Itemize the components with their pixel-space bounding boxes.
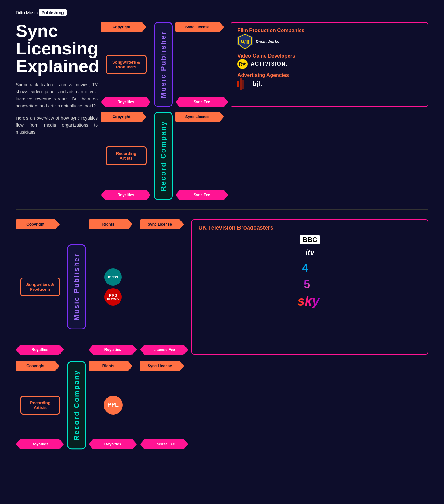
recording-artists-box: Recording Artists: [106, 146, 147, 165]
bmp-royalties2-arrow: Royalties: [93, 345, 132, 355]
videogame-section: Video Game Developers R★ ACTIVISION.: [237, 53, 421, 69]
top-media-box: Film Production Companies WB DreamWorks: [231, 22, 428, 107]
broadcasters-box-container: UK Television Broadcasters BBC itv 4: [191, 219, 428, 355]
main-title: Sync Licensing Explained: [16, 22, 98, 75]
brc-royalties-notch: [16, 439, 20, 449]
bmp-license-fee-notch: [140, 345, 144, 355]
ch5-row: 5: [198, 277, 421, 290]
bottom-mp-diagram: Copyright Songwriters & Producers Royalt…: [16, 219, 428, 355]
mp-right-col: Sync License Sync Fee: [175, 22, 227, 107]
prs-badge: PRS for MUSIC: [104, 288, 122, 306]
activision-label: ACTIVISION.: [251, 61, 288, 67]
svg-text:4: 4: [302, 261, 308, 273]
brc-royalties-arrow: Royalties: [20, 439, 60, 449]
section-divider: [16, 209, 428, 210]
mp-sync-fee-arrow: Sync Fee: [180, 97, 224, 107]
brc-right-arrows: Sync License License Fee: [140, 361, 189, 449]
record-company-block: Record Company: [154, 112, 173, 200]
bmp-royalties2-notch: [89, 345, 93, 355]
bmp-block: Music Publisher: [67, 219, 86, 355]
rc-royalties-arrow: Royalties: [105, 190, 146, 200]
bmp-rights-arrow: Rights: [89, 219, 128, 229]
mp-royalties-arrow: Royalties: [105, 97, 146, 107]
mp-center-block: Music Publisher: [154, 22, 173, 107]
bmp-royalties-row: Royalties: [16, 345, 65, 355]
rc-sync-fee-notch: [175, 190, 180, 200]
mcps-badge: mcps: [104, 268, 122, 286]
brc-copyright-row: Copyright: [16, 361, 65, 371]
ppl-badge-container: PPL: [89, 396, 137, 415]
rc-sync-license-arrow: Sync License: [175, 112, 219, 122]
brc-copyright-arrow: Copyright: [16, 361, 55, 371]
film-title: Film Production Companies: [237, 27, 421, 33]
description-para2: Here's an overview of how sync royalties…: [16, 115, 98, 136]
svg-text:sky: sky: [297, 294, 320, 308]
mp-sync-fee-notch: [175, 97, 180, 107]
brc-block: Record Company: [67, 361, 86, 449]
brc-royalties2-row: Royalties: [89, 439, 137, 449]
top-diagram-area: Copyright Songwriters & Producers Royalt…: [101, 22, 428, 200]
mp-royalties-notch: [101, 97, 105, 107]
rc-royalties-row: Royalties: [101, 190, 151, 200]
brc-rights-arrow: Rights: [89, 361, 128, 371]
rc-right-col: Sync License Sync Fee: [175, 112, 227, 200]
rc-media-spacer: [231, 112, 428, 200]
rc-sync-license-row: Sync License: [175, 112, 227, 122]
videogame-logos: R★ ACTIVISION.: [237, 59, 421, 69]
bmp-songwriters-box: Songwriters & Producers: [20, 278, 60, 296]
music-publisher-diagram: Copyright Songwriters & Producers Royalt…: [101, 22, 428, 107]
bmp-license-fee-row: License Fee: [140, 345, 189, 355]
broadcasters-box: UK Television Broadcasters BBC itv 4: [191, 219, 428, 355]
advertising-title: Advertising Agencies: [237, 72, 421, 78]
brc-royalties-row: Royalties: [16, 439, 65, 449]
brc-license-fee-arrow: License Fee: [144, 439, 184, 449]
top-media-content: Film Production Companies WB DreamWorks: [231, 22, 428, 107]
bmp-rights-row: Rights: [89, 219, 137, 229]
bbc-logo: BBC: [300, 235, 320, 244]
svg-rect-1: [237, 81, 239, 87]
svg-rect-3: [242, 80, 244, 89]
rc-left-col: Copyright Recording Artists Royalties: [101, 112, 151, 200]
bottom-diagram-area: Copyright Songwriters & Producers Royalt…: [16, 219, 428, 449]
bmp-copyright-row: Copyright: [16, 219, 65, 229]
itv-logo: itv: [305, 248, 314, 257]
bmp-royalties2-row: Royalties: [89, 345, 137, 355]
svg-rect-2: [240, 78, 242, 90]
left-info-panel: Sync Licensing Explained Soundtrack feat…: [16, 22, 101, 200]
film-section: Film Production Companies WB DreamWorks: [237, 27, 421, 50]
rc-royalties-notch: [101, 190, 105, 200]
brand-highlight: Publishing: [39, 9, 67, 16]
svg-text:5: 5: [304, 278, 310, 290]
sky-logo-icon: sky: [296, 294, 324, 308]
bottom-music-publisher-block: Music Publisher: [67, 244, 86, 329]
bjl-label: bjl.: [253, 80, 263, 88]
videogame-title: Video Game Developers: [237, 53, 421, 59]
dreamworks-label: DreamWorks: [256, 39, 279, 44]
ch4-row: 4: [198, 261, 421, 273]
mp-left-col: Copyright Songwriters & Producers Royalt…: [101, 22, 151, 107]
rc-copyright-row: Copyright: [101, 112, 151, 122]
wb-logo-icon: WB: [237, 33, 253, 50]
brc-spacer: [191, 361, 428, 449]
bottom-record-company-block: Record Company: [67, 361, 86, 449]
rc-center-block: Record Company: [154, 112, 173, 200]
broadcasters-title: UK Television Broadcasters: [198, 225, 421, 232]
itv-row: itv: [198, 248, 421, 257]
bmp-left-col: Copyright Songwriters & Producers Royalt…: [16, 219, 65, 355]
rockstar-logo-icon: R★: [237, 59, 248, 69]
bottom-section: Copyright Songwriters & Producers Royalt…: [16, 219, 428, 449]
bmp-right-arrows: Sync License License Fee: [140, 219, 189, 355]
mp-copyright-row: Copyright: [101, 22, 151, 32]
songwriters-box: Songwriters & Producers: [106, 55, 147, 74]
brc-royalties2-arrow: Royalties: [93, 439, 132, 449]
rc-sync-fee-arrow: Sync Fee: [180, 190, 224, 200]
ad-agency-logo-icon: [237, 78, 249, 90]
svg-text:WB: WB: [240, 39, 250, 45]
brc-left-col: Copyright Recording Artists Royalties: [16, 361, 65, 449]
channel5-logo-icon: 5: [302, 277, 318, 290]
mp-sync-fee-row: Sync Fee: [175, 97, 227, 107]
org-logos-col: mcps PRS for MUSIC: [89, 268, 137, 306]
mp-sync-license-row: Sync License: [175, 22, 227, 32]
advertising-section: Advertising Agencies bjl.: [237, 72, 421, 89]
bmp-mid-arrows: Rights mcps PRS for MUSIC: [89, 219, 137, 355]
